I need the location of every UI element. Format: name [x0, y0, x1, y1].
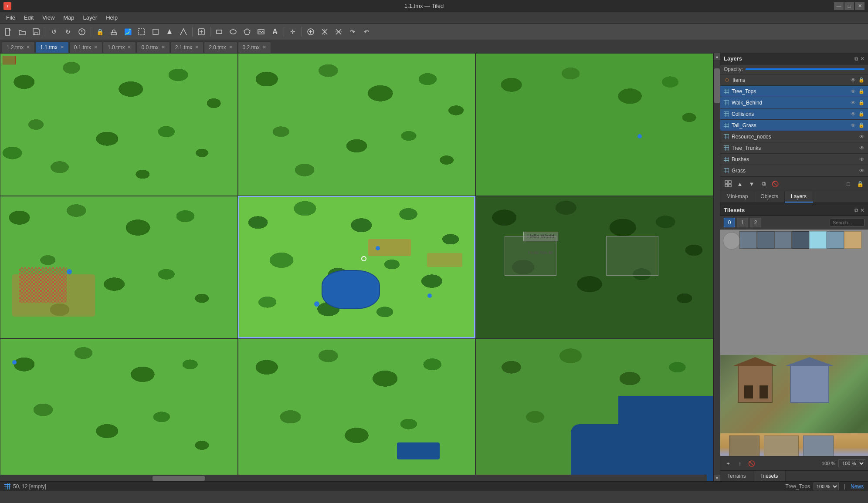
opacity-slider[interactable] [746, 68, 865, 70]
tab-0-2[interactable]: 0.2.tmx ✕ [238, 41, 271, 53]
map-cell-0-0[interactable] [0, 53, 238, 196]
tileset-tab-0[interactable]: 0 [724, 218, 735, 227]
tileset-move-up-button[interactable]: ↑ [735, 458, 745, 469]
layer-lock-walk-behind[interactable]: 🔒 [858, 100, 865, 105]
tileset-tab-1[interactable]: 1 [737, 218, 748, 227]
panel-tab-layers[interactable]: Layers [785, 191, 813, 203]
ellipse-tool[interactable] [227, 25, 240, 38]
layers-panel-float[interactable]: ⧉ [854, 56, 858, 62]
maximize-button[interactable]: □ [844, 2, 854, 10]
layer-eye-bushes[interactable]: 👁 [859, 156, 865, 162]
scroll-down-button[interactable]: ▼ [714, 475, 720, 481]
layer-lock-tall-grass[interactable]: 🔒 [858, 122, 865, 128]
v-scroll-thumb[interactable] [714, 68, 720, 103]
tilesets-panel-float[interactable]: ⧉ [854, 207, 858, 213]
polygon-tool[interactable] [241, 25, 254, 38]
map-canvas-area[interactable]: Hello World Hello World [0, 53, 713, 481]
tab-0-1[interactable]: 0.1.tmx ✕ [69, 41, 102, 53]
map-cell-0-1[interactable] [0, 196, 238, 339]
layer-item-grass[interactable]: Grass 👁 [720, 165, 868, 176]
layer-eye-walk-behind[interactable]: 👁 [851, 100, 856, 106]
tab-2-1[interactable]: 2.1.tmx ✕ [170, 41, 203, 53]
menu-help[interactable]: Help [102, 14, 122, 22]
menu-edit[interactable]: Edit [20, 14, 38, 22]
tab-close-0-1[interactable]: ✕ [94, 44, 98, 50]
tab-close-1-2[interactable]: ✕ [26, 44, 30, 50]
layer-item-bushes[interactable]: Bushes 👁 [720, 154, 868, 165]
vertical-scrollbar[interactable]: ▲ ▼ [713, 53, 720, 481]
panel-tab-minimap[interactable]: Mini-map [720, 191, 754, 203]
layer-item-tree-trunks[interactable]: Tree_Trunks 👁 [720, 142, 868, 154]
shape-tool[interactable] [177, 25, 190, 38]
layer-eye-grass[interactable]: 👁 [859, 168, 865, 174]
object-select[interactable] [195, 25, 208, 38]
menu-view[interactable]: View [38, 14, 59, 22]
layer-eye-collisions[interactable]: 👁 [851, 111, 856, 117]
layer-add-tile-button[interactable] [723, 179, 733, 189]
layer-eye-items[interactable]: 👁 [851, 77, 856, 83]
open-button[interactable] [16, 25, 29, 38]
tab-close-2-0[interactable]: ✕ [229, 44, 233, 50]
layer-lock-tree-tops[interactable]: 🔒 [858, 88, 865, 94]
status-news[interactable]: News [851, 483, 864, 489]
layer-eye-tree-trunks[interactable]: 👁 [859, 145, 865, 151]
layer-lock-button[interactable]: □ [843, 179, 854, 189]
tab-close-0-0[interactable]: ✕ [161, 44, 165, 50]
terrain-tool[interactable]: 🗾 [121, 25, 134, 38]
tab-close-1-1[interactable]: ✕ [60, 44, 64, 50]
h-scroll-thumb[interactable] [153, 476, 205, 481]
layer-lock-items[interactable]: 🔒 [858, 77, 865, 83]
map-cell-2-2[interactable] [475, 338, 713, 481]
tileset-canvas[interactable] [720, 230, 868, 456]
tileset-zoom-select[interactable]: 100 % 150 % 200 % 75 % 50 % [838, 459, 865, 467]
map-cell-1-1[interactable] [238, 196, 476, 339]
tileset-remove-button[interactable]: 🚫 [746, 458, 757, 469]
flip-h[interactable] [318, 25, 331, 38]
map-cell-1-2[interactable] [238, 338, 476, 481]
close-button[interactable]: ✕ [855, 2, 865, 10]
tile-layer-add[interactable] [304, 25, 317, 38]
tilesets-panel-close[interactable]: ✕ [860, 207, 865, 213]
layer-lock-collisions[interactable]: 🔒 [858, 111, 865, 117]
rotate-ccw[interactable]: ↶ [360, 25, 373, 38]
layer-eye-tree-tops[interactable]: 👁 [851, 88, 856, 95]
rect-tool[interactable] [213, 25, 226, 38]
menu-file[interactable]: File [2, 14, 20, 22]
menu-map[interactable]: Map [59, 14, 78, 22]
layer-item-resource-nodes[interactable]: Resource_nodes 👁 [720, 131, 868, 142]
layer-duplicate-button[interactable]: ⧉ [758, 179, 769, 189]
layer-eye-tall-grass[interactable]: 👁 [851, 122, 856, 128]
flip-v[interactable] [332, 25, 345, 38]
map-canvas[interactable]: Hello World Hello World [0, 53, 713, 481]
status-zoom-select[interactable]: 100 % [814, 483, 839, 490]
tileset-add-button[interactable]: + [723, 458, 733, 469]
new-button[interactable] [2, 25, 15, 38]
horizontal-scrollbar[interactable] [0, 475, 707, 481]
image-tool[interactable] [254, 25, 268, 38]
tab-close-0-2[interactable]: ✕ [262, 44, 266, 50]
lock-tool[interactable]: 🔒 [93, 25, 106, 38]
map-cell-2-0[interactable] [475, 53, 713, 196]
undo-button[interactable]: ↺ [47, 25, 61, 38]
layer-item-items[interactable]: ⬡ Items 👁 🔒 [720, 74, 868, 86]
map-properties-button[interactable] [75, 25, 88, 38]
menu-layer[interactable]: Layer [79, 14, 102, 22]
fill-tool[interactable] [163, 25, 176, 38]
layer-item-tall-grass[interactable]: Tall_Grass 👁 🔒 [720, 120, 868, 131]
layer-remove-button[interactable]: 🚫 [770, 179, 780, 189]
map-cell-1-0[interactable] [238, 53, 476, 196]
rect-select-tool[interactable] [149, 25, 162, 38]
map-cell-2-1[interactable]: Hello World Hello World [475, 196, 713, 339]
tileset-tab-2[interactable]: 2 [750, 218, 761, 227]
layer-item-walk-behind[interactable]: Walk_Behind 👁 🔒 [720, 97, 868, 108]
scroll-up-button[interactable]: ▲ [714, 53, 720, 60]
layer-item-tree-tops[interactable]: Tree_Tops 👁 🔒 [720, 86, 868, 97]
layers-panel-close[interactable]: ✕ [860, 56, 865, 62]
move-tool[interactable]: ✛ [286, 25, 299, 38]
rotate-cw[interactable]: ↷ [346, 25, 359, 38]
text-tool[interactable]: A [268, 25, 281, 38]
layer-move-down-button[interactable]: ▼ [746, 179, 757, 189]
minimize-button[interactable]: — [834, 2, 844, 10]
panel-tab-objects[interactable]: Objects [754, 191, 785, 203]
tab-1-2[interactable]: 1.2.tmx ✕ [2, 41, 35, 53]
